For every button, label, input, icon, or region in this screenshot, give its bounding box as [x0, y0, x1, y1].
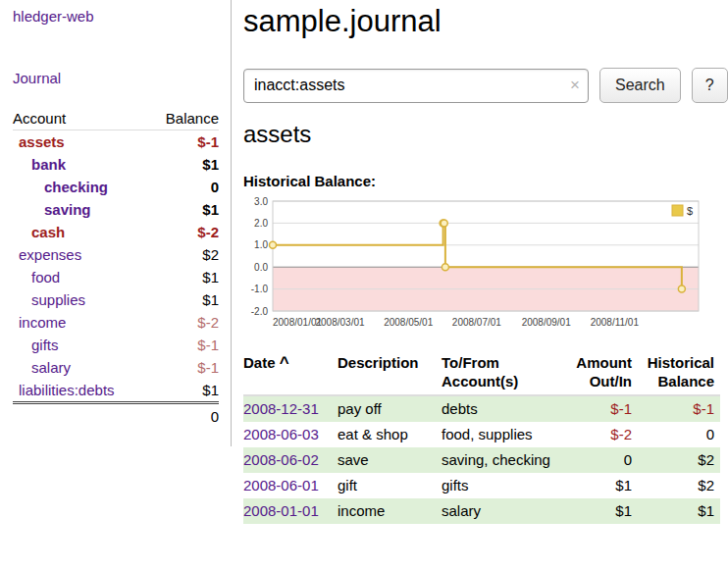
data-point-marker [270, 241, 277, 248]
legend-label: $ [687, 205, 693, 217]
transaction-row: 2008-06-03eat & shopfood, supplies$-20 [243, 422, 720, 447]
accounts-table: Account Balance assets$-1bank$1checking0… [13, 107, 219, 428]
transaction-balance: $2 [638, 473, 720, 498]
account-balance: $-2 [148, 221, 219, 243]
nav-journal-link[interactable]: Journal [13, 70, 219, 86]
svg-text:-2.0: -2.0 [251, 306, 269, 317]
svg-text:2008/05/01: 2008/05/01 [384, 317, 433, 328]
account-row: food$1 [13, 266, 219, 288]
transaction-amount: $1 [561, 498, 638, 524]
account-balance: $1 [148, 153, 219, 176]
account-row: saving$1 [13, 198, 219, 221]
search-input[interactable] [243, 69, 589, 103]
data-point-marker [442, 264, 448, 271]
account-balance: $2 [148, 243, 219, 266]
transaction-accounts: debts [442, 395, 561, 422]
transaction-date-link[interactable]: 2008-06-02 [243, 447, 338, 473]
account-balance: $-1 [148, 334, 219, 356]
sort-asc-icon: ^ [280, 353, 289, 372]
account-link[interactable]: bank [13, 153, 148, 176]
account-link[interactable]: cash [13, 221, 148, 243]
transaction-row: 2008-12-31pay offdebts$-1$-1 [243, 395, 720, 422]
transaction-date-link[interactable]: 2008-01-01 [243, 498, 338, 524]
transaction-accounts: gifts [442, 473, 561, 498]
account-row: income$-2 [13, 311, 219, 334]
clear-search-icon[interactable]: × [570, 76, 580, 95]
transaction-balance: 0 [638, 422, 720, 447]
account-row: liabilities:debts$1 [13, 379, 219, 403]
transaction-date-link[interactable]: 2008-06-01 [243, 473, 338, 498]
accounts-header-balance: Balance [148, 107, 219, 130]
col-amount: Amount Out/In [561, 350, 638, 395]
account-row: assets$-1 [13, 130, 219, 154]
account-row: bank$1 [13, 153, 219, 176]
data-point-marker [441, 220, 447, 227]
account-row: expenses$2 [13, 243, 219, 266]
account-title: assets [243, 120, 728, 149]
account-balance: $-1 [148, 356, 219, 379]
transaction-accounts: saving, checking [442, 447, 561, 473]
search-button[interactable]: Search [599, 68, 681, 103]
svg-text:2008/09/01: 2008/09/01 [522, 317, 571, 328]
account-link[interactable]: assets [13, 130, 148, 154]
transaction-date-link[interactable]: 2008-06-03 [243, 422, 338, 447]
account-balance: $1 [148, 379, 219, 403]
search-form: × Search ? [243, 68, 728, 103]
col-balance: Historical Balance [638, 350, 720, 395]
col-date[interactable]: Date ^ [243, 350, 338, 395]
app-title-link[interactable]: hledger-web [13, 8, 219, 25]
account-link[interactable]: income [13, 311, 148, 334]
account-balance: $1 [148, 288, 219, 311]
account-link[interactable]: gifts [13, 334, 148, 356]
account-row: salary$-1 [13, 356, 219, 379]
account-link[interactable]: saving [13, 198, 148, 221]
account-balance: 0 [148, 176, 219, 198]
chart-title: Historical Balance: [243, 173, 728, 189]
transaction-balance: $1 [638, 498, 720, 524]
account-link[interactable]: expenses [13, 243, 148, 266]
svg-text:2.0: 2.0 [254, 218, 268, 229]
svg-text:2008/11/01: 2008/11/01 [591, 317, 640, 328]
hledger-web-app: hledger-web Journal Account Balance asse… [0, 0, 728, 524]
transaction-date-link[interactable]: 2008-12-31 [243, 395, 338, 422]
accounts-body: assets$-1bank$1checking0saving$1cash$-2e… [13, 130, 219, 403]
account-row: checking0 [13, 176, 219, 198]
journal-title: sample.journal [243, 4, 728, 39]
transaction-balance: $2 [638, 447, 720, 473]
account-balance: $1 [148, 266, 219, 288]
accounts-header-account: Account [13, 107, 148, 130]
main-content: sample.journal × Search ? assets Histori… [232, 0, 728, 524]
svg-text:2008/03/01: 2008/03/01 [315, 317, 364, 328]
account-balance: $-2 [148, 311, 219, 334]
transaction-balance: $-1 [638, 395, 720, 422]
account-row: supplies$1 [13, 288, 219, 311]
data-point-marker [678, 286, 685, 292]
account-link[interactable]: supplies [13, 288, 148, 311]
account-link[interactable]: food [13, 266, 148, 288]
account-link[interactable]: salary [13, 356, 148, 379]
transaction-accounts: salary [442, 498, 561, 524]
svg-text:2008/07/01: 2008/07/01 [452, 317, 501, 328]
col-date-label: Date [243, 354, 276, 371]
transaction-row: 2008-06-02savesaving, checking0$2 [243, 447, 720, 473]
svg-text:-1.0: -1.0 [251, 284, 269, 294]
accounts-total-spacer [13, 403, 148, 429]
transaction-description: gift [338, 473, 442, 498]
svg-text:0.0: 0.0 [254, 262, 268, 273]
account-link[interactable]: checking [13, 176, 148, 198]
svg-text:3.0: 3.0 [254, 196, 268, 207]
register-header-row: Date ^ Description To/From Account(s) Am… [243, 350, 720, 395]
legend-swatch [672, 205, 683, 216]
account-link[interactable]: liabilities:debts [13, 379, 148, 403]
sidebar: hledger-web Journal Account Balance asse… [0, 0, 232, 446]
historical-balance-chart-svg: 3.02.01.00.0-1.0-2.02008/01/012008/03/01… [243, 196, 702, 332]
col-accounts: To/From Account(s) [442, 350, 561, 395]
help-button[interactable]: ? [692, 68, 728, 103]
transaction-row: 2008-06-01giftgifts$1$2 [243, 473, 720, 498]
account-row: gifts$-1 [13, 334, 219, 356]
accounts-header-row: Account Balance [13, 107, 219, 130]
transaction-amount: 0 [561, 447, 638, 473]
transaction-row: 2008-01-01incomesalary$1$1 [243, 498, 720, 524]
balance-chart: 3.02.01.00.0-1.0-2.02008/01/012008/03/01… [243, 196, 728, 336]
svg-text:1.0: 1.0 [254, 239, 268, 250]
